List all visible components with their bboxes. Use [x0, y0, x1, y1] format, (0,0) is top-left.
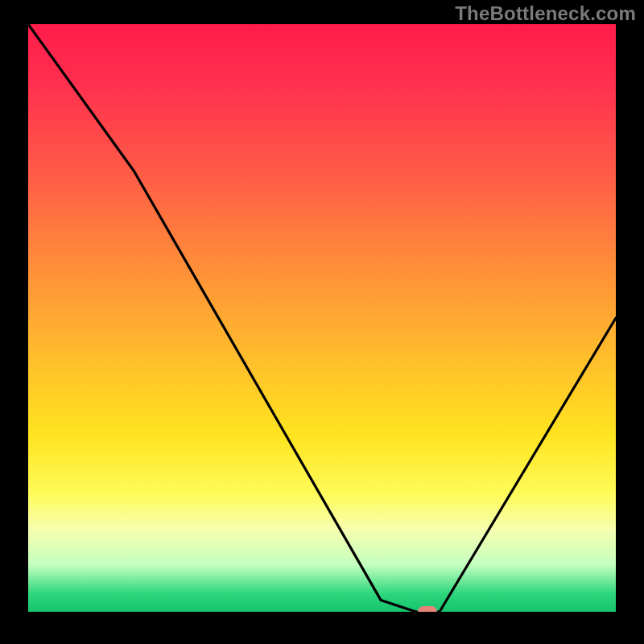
- watermark-text: TheBottleneck.com: [455, 2, 636, 25]
- plot-area: [28, 24, 616, 612]
- curve-path: [28, 24, 616, 612]
- optimal-point-marker: [418, 606, 437, 612]
- bottleneck-curve: [28, 24, 616, 612]
- chart-frame: TheBottleneck.com: [0, 0, 644, 644]
